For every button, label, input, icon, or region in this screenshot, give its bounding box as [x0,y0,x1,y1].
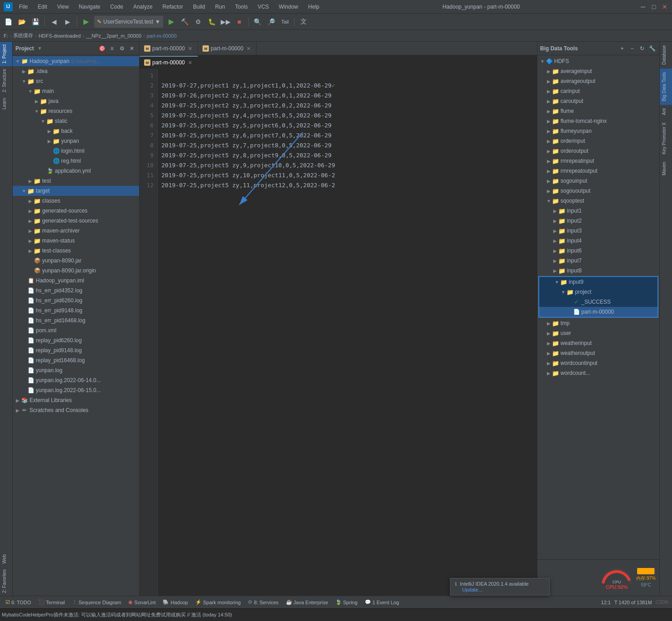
build-button[interactable]: 🔨 [179,15,191,28]
tree-log3[interactable]: 📄 hs_err_pid9148.log [13,306,139,315]
right-tab-database[interactable]: Database [660,42,672,68]
status-sonarlint[interactable]: ◉ SonarLint [126,596,157,608]
tree-classes[interactable]: ▶ 📁 classes [13,196,139,206]
tree-back[interactable]: ▶ 📁 back [13,126,139,136]
bdt-part-m-00000[interactable]: 📄 part-m-00000 [539,307,657,317]
new-file-button[interactable]: 📄 [2,15,15,28]
run-tests-button[interactable]: ▶▶ [219,15,232,28]
bdt-input6[interactable]: ▶ 📁 input6 [537,246,659,256]
tree-maven-status[interactable]: ▶ 📁 maven-status [13,236,139,246]
bdt-input1[interactable]: ▶ 📁 input1 [537,206,659,216]
status-event-log[interactable]: 💬 1 Event Log [363,596,401,608]
locate-file-button[interactable]: 🎯 [97,44,106,53]
bdt-flume[interactable]: ▶ 📁 flume [537,106,659,116]
menu-build[interactable]: Build [189,1,209,12]
bdt-caroutput[interactable]: ▶ 📁 caroutput [537,96,659,106]
tree-log1[interactable]: 📄 hs_err_pid4352.log [13,286,139,296]
left-tab-learn[interactable]: Learn [0,95,12,112]
bdt-flumeyunpan[interactable]: ▶ 📁 flumeyunpan [537,126,659,136]
run-toolbar-button[interactable]: ▶ [80,15,92,28]
bdt-sqooptest[interactable]: ▼ 📁 sqooptest [537,196,659,206]
tree-reg-html[interactable]: 🌐 reg.html [13,156,139,166]
tree-replay2[interactable]: 📄 replay_pid9148.log [13,345,139,355]
tree-ext-libs[interactable]: ▶ 📚 External Libraries [13,395,139,405]
open-button[interactable]: 📂 [15,15,28,28]
editor-main[interactable]: 1 2 3 4 5 6 7 8 9 10 11 12 2019-07-27,pr… [140,69,537,596]
bdt-project[interactable]: ▼ 📁 project [539,287,657,297]
tree-src[interactable]: ▼ 📁 src [13,76,139,86]
left-tab-structure[interactable]: 2: Structure [0,66,12,95]
tree-static[interactable]: ▼ 📁 static [13,116,139,126]
bdt-rmrepeatinput[interactable]: ▶ 📁 rmrepeatinput [537,156,659,166]
tree-gen-test-sources[interactable]: ▶ 📁 generated-test-sources [13,216,139,226]
tree-jar[interactable]: 📦 yunpan-8090.jar [13,256,139,266]
tree-pom[interactable]: 📄 pom.xml [13,325,139,335]
bdt-input9[interactable]: ▼ 📁 input9 [539,277,657,287]
tree-resources[interactable]: ▼ 📁 resources [13,106,139,116]
bdt-settings-button[interactable]: 🔧 [648,44,657,53]
translate-button[interactable]: 文 [297,15,310,28]
status-hadoop[interactable]: 🐘 Hadoop [161,596,190,608]
tail-button[interactable]: Tail [279,15,291,28]
forward-button[interactable]: ▶ [61,15,74,28]
run-button[interactable]: ▶ [165,15,178,28]
right-tab-maven[interactable]: Maven [660,158,672,179]
status-sequence[interactable]: ⋮ Sequence Diagram [70,596,123,608]
breadcrumb-f[interactable]: F: [4,33,8,39]
collapse-all-button[interactable]: ≡ [107,44,116,53]
bdt-input2[interactable]: ▶ 📁 input2 [537,216,659,226]
bdt-weatheroutput[interactable]: ▶ 📁 weatheroutput [537,348,659,358]
tree-root[interactable]: ▼ 📁 Hadoop_yunpan E:\IdeaProj... [13,56,139,66]
left-tab-project[interactable]: 1: Project [0,42,12,66]
menu-file[interactable]: File [15,1,31,12]
tab-close-active[interactable]: ✕ [187,59,193,66]
debug-button[interactable]: 🐛 [206,15,218,28]
menu-vcs[interactable]: VCS [254,1,273,12]
menu-navigate[interactable]: Navigate [75,1,104,12]
bdt-remove-button[interactable]: − [628,44,637,53]
bdt-weatherinput[interactable]: ▶ 📁 weatherinput [537,338,659,348]
tree-replay3[interactable]: 📄 replay_pid16468.log [13,355,139,365]
left-tab-favorites[interactable]: 2: Favorites [0,567,12,596]
menu-analyze[interactable]: Analyze [130,1,156,12]
tab-close-2[interactable]: ✕ [245,45,251,52]
bdt-input3[interactable]: ▶ 📁 input3 [537,226,659,236]
tree-java[interactable]: ▶ 📁 java [13,96,139,106]
menu-run[interactable]: Run [212,1,229,12]
bdt-carinput[interactable]: ▶ 📁 carinput [537,86,659,96]
tree-iml[interactable]: 📋 Hadoop_yunpan.iml [13,276,139,286]
breadcrumb-hdfs[interactable]: HDFS-downloaded [39,33,81,39]
update-link[interactable]: Update... [462,587,483,592]
bdt-hdfs-root[interactable]: ▼ 🔷 HDFS [537,56,659,66]
tab-part-m-1[interactable]: M part-m-00000 ✕ [140,42,198,55]
bdt-input7[interactable]: ▶ 📁 input7 [537,256,659,266]
tree-gen-sources[interactable]: ▶ 📁 generated-sources [13,206,139,216]
tab-part-m-2[interactable]: M part-m-00000 ✕ [198,42,256,55]
find-button[interactable]: 🔎 [265,15,278,28]
tree-test-classes[interactable]: ▶ 📁 test-classes [13,246,139,256]
status-services[interactable]: ⚙ 8: Services [246,596,280,608]
status-todo[interactable]: ☑ 6: TODO [4,596,33,608]
menu-tools[interactable]: Tools [232,1,251,12]
menu-view[interactable]: View [53,1,73,12]
left-tab-web[interactable]: Web [0,552,12,566]
breadcrumb-file[interactable]: part-m-00000 [147,33,177,39]
tree-yunpan-log-15[interactable]: 📄 yunpan.log.2022-06-15.0... [13,385,139,395]
bdt-averageoutput[interactable]: ▶ 📁 averageoutput [537,76,659,86]
back-button[interactable]: ◀ [48,15,60,28]
bdt-flume-tomcat[interactable]: ▶ 📁 flume-tomcat-nginx [537,116,659,126]
tree-scratches[interactable]: ▶ ✏ Scratches and Consoles [13,405,139,415]
bdt-wordcount[interactable]: ▶ 📁 wordcount... [537,368,659,378]
minimize-button[interactable]: ─ [639,3,647,10]
settings-button[interactable]: ⚙ [117,44,126,53]
bdt-input4[interactable]: ▶ 📁 input4 [537,236,659,246]
status-terminal[interactable]: ⬛ Terminal [37,596,67,608]
bdt-refresh-button[interactable]: ↻ [638,44,647,53]
build-with-deps-button[interactable]: ⚙ [192,15,205,28]
status-java-enterprise[interactable]: ☕ Java Enterprise [284,596,330,608]
bdt-averageinput[interactable]: ▶ 📁 averageinput [537,66,659,76]
tree-jar-origin[interactable]: 📦 yunpan-8090.jar.origin [13,266,139,276]
bdt-add-button[interactable]: + [618,44,627,53]
tree-idea[interactable]: ▶ 📁 .idea [13,66,139,76]
tree-test[interactable]: ▶ 📁 test [13,176,139,186]
